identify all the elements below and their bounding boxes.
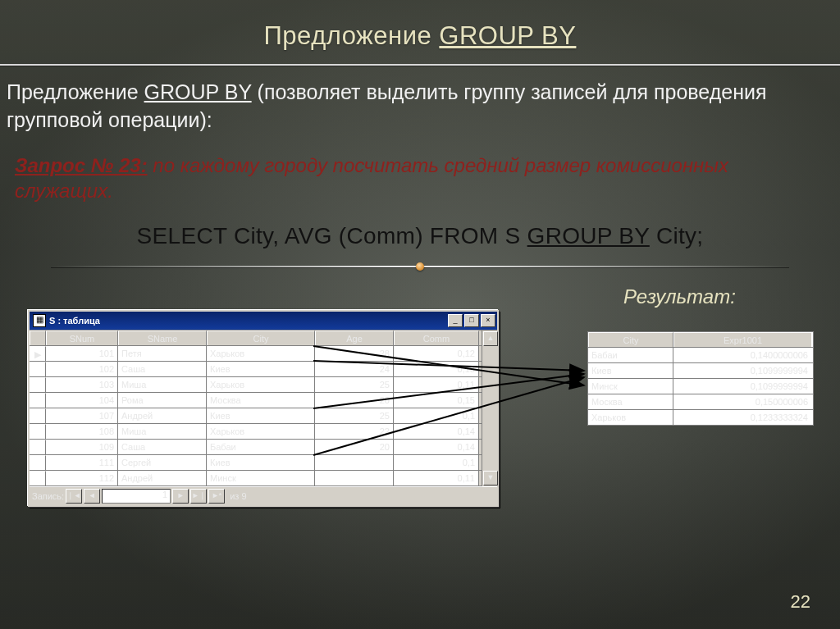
cell[interactable]: Харьков [207, 377, 315, 392]
cell[interactable]: 109 [46, 440, 118, 454]
table-row[interactable]: 107АндрейКиев250,1 [30, 408, 482, 424]
result-col-expr[interactable]: Expr1001 [673, 332, 811, 347]
result-col-city[interactable]: City [588, 332, 673, 347]
cell[interactable]: Миша [118, 424, 207, 439]
col-age[interactable]: Age [315, 330, 394, 345]
table-row[interactable]: 103МишаХарьков250,11 [30, 377, 482, 393]
cell[interactable]: 108 [46, 424, 118, 439]
row-selector[interactable] [30, 408, 46, 423]
cell[interactable]: 25 [315, 408, 394, 423]
cell[interactable]: 22 [315, 424, 394, 439]
result-row[interactable]: Москва0,150000006 [588, 394, 813, 410]
cell[interactable]: 0,14 [394, 424, 479, 439]
row-selector[interactable] [30, 440, 46, 454]
cell[interactable]: 0,1400000006 [673, 348, 811, 362]
maximize-button[interactable]: □ [464, 314, 479, 327]
source-grid: SNum SName City Age Comm ▶101ПетяХарьков… [30, 330, 497, 486]
result-row[interactable]: Харьков0,1233333324 [588, 410, 813, 425]
cell[interactable] [315, 471, 394, 485]
cell[interactable]: Саша [118, 362, 207, 376]
titlebar[interactable]: ▦ S : таблица _ □ × [30, 312, 497, 330]
cell[interactable]: Киев [207, 408, 315, 423]
table-row[interactable]: 111СергейКиев0,1 [30, 455, 482, 471]
nav-last-button[interactable]: ►❘ [190, 489, 207, 504]
row-selector[interactable]: ▶ [30, 346, 46, 361]
cell[interactable]: Миша [118, 377, 207, 392]
cell[interactable]: 104 [46, 393, 118, 408]
cell[interactable]: Петя [118, 346, 207, 361]
table-row[interactable]: 112АндрейМинск0,11 [30, 471, 482, 486]
cell[interactable]: 0,11 [394, 471, 479, 485]
cell[interactable]: Киев [588, 363, 673, 378]
cell[interactable]: 20 [315, 393, 394, 408]
cell[interactable]: 107 [46, 408, 118, 423]
cell[interactable]: Киев [207, 362, 315, 376]
cell[interactable]: Бабаи [588, 348, 673, 362]
close-button[interactable]: × [481, 314, 495, 327]
cell[interactable]: 24 [315, 362, 394, 376]
cell[interactable]: 0,150000006 [673, 394, 811, 409]
cell[interactable]: Харьков [207, 346, 315, 361]
nav-first-button[interactable]: ❘◄ [66, 489, 82, 504]
cell[interactable]: Харьков [588, 410, 673, 425]
cell[interactable]: 0,15 [394, 393, 479, 408]
cell[interactable]: 0,1233333324 [673, 410, 811, 425]
cell[interactable]: 0,13 [394, 362, 479, 376]
cell[interactable]: 0,1099999994 [673, 379, 811, 394]
row-selector[interactable] [30, 455, 46, 470]
cell[interactable]: Бабаи [207, 440, 315, 454]
cell[interactable]: 103 [46, 377, 118, 392]
table-row[interactable]: 102СашаКиев240,13 [30, 362, 482, 377]
cell[interactable]: 0,14 [394, 440, 479, 454]
cell[interactable]: Сергей [118, 455, 207, 470]
cell[interactable]: 111 [46, 455, 118, 470]
scroll-down-button[interactable]: ▼ [483, 471, 498, 485]
row-selector[interactable] [30, 424, 46, 439]
table-row[interactable]: 108МишаХарьков220,14 [30, 424, 482, 440]
scroll-up-button[interactable]: ▲ [483, 331, 498, 346]
result-row[interactable]: Минск0,1099999994 [588, 379, 813, 394]
cell[interactable]: 102 [46, 362, 118, 376]
nav-next-button[interactable]: ► [172, 489, 189, 504]
table-row[interactable]: 109СашаБабаи200,14 [30, 440, 482, 455]
row-selector[interactable] [30, 393, 46, 408]
cell[interactable]: 101 [46, 346, 118, 361]
cell[interactable]: 20 [315, 440, 394, 454]
minimize-button[interactable]: _ [448, 314, 463, 327]
cell[interactable]: Москва [588, 394, 673, 409]
row-selector[interactable] [30, 362, 46, 376]
col-comm[interactable]: Comm [394, 330, 479, 345]
cell[interactable] [315, 455, 394, 470]
cell[interactable]: 28 [315, 346, 394, 361]
vertical-scrollbar[interactable]: ▲ ▼ [482, 330, 497, 486]
cell[interactable]: Рома [118, 393, 207, 408]
selector-header[interactable] [30, 330, 46, 345]
cell[interactable]: 112 [46, 471, 118, 485]
cell[interactable]: 0,11 [394, 377, 479, 392]
result-row[interactable]: Киев0,1099999994 [588, 363, 813, 379]
col-city[interactable]: City [207, 330, 315, 345]
col-sname[interactable]: SName [118, 330, 207, 345]
cell[interactable]: Минск [207, 471, 315, 485]
result-row[interactable]: Бабаи0,1400000006 [588, 348, 813, 363]
col-snum[interactable]: SNum [46, 330, 118, 345]
nav-prev-button[interactable]: ◄ [84, 489, 100, 504]
cell[interactable]: Москва [207, 393, 315, 408]
cell[interactable]: Саша [118, 440, 207, 454]
cell[interactable]: Харьков [207, 424, 315, 439]
cell[interactable]: 0,1 [394, 408, 479, 423]
cell[interactable]: Киев [207, 455, 315, 470]
cell[interactable]: Минск [588, 379, 673, 394]
cell[interactable]: 0,1 [394, 455, 479, 470]
cell[interactable]: 0,1099999994 [673, 363, 811, 378]
row-selector[interactable] [30, 471, 46, 485]
cell[interactable]: 0,12 [394, 346, 479, 361]
cell[interactable]: 25 [315, 377, 394, 392]
nav-current-input[interactable]: 1 [102, 489, 171, 504]
table-row[interactable]: ▶101ПетяХарьков280,12 [30, 346, 482, 362]
cell[interactable]: Андрей [118, 471, 207, 485]
table-row[interactable]: 104РомаМосква200,15 [30, 393, 482, 408]
nav-new-button[interactable]: ►* [208, 489, 225, 504]
cell[interactable]: Андрей [118, 408, 207, 423]
row-selector[interactable] [30, 377, 46, 392]
